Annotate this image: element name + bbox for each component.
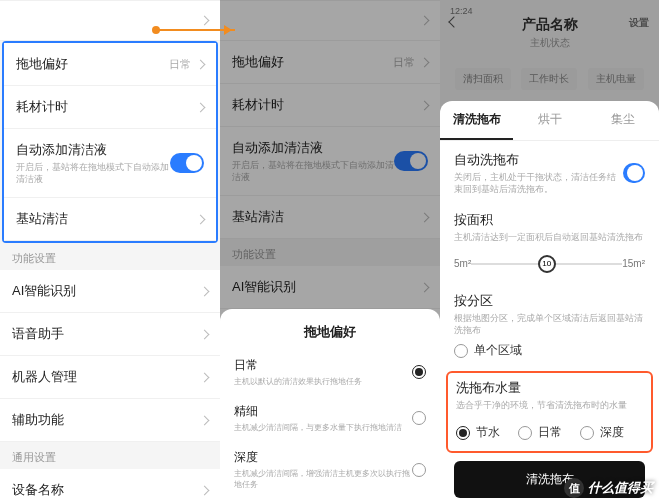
item-ai[interactable]: AI智能识别	[0, 270, 220, 313]
item-aux[interactable]: 辅助功能	[0, 399, 220, 442]
watermark: 值 什么值得买	[564, 478, 653, 498]
item-sub: 开启后，基站将在拖地模式下自动添加清洁液	[16, 162, 170, 185]
chevron-right-icon	[420, 16, 430, 26]
section-title-fn: 功能设置	[0, 243, 220, 270]
section-title-gen: 通用设置	[0, 442, 220, 469]
item-auto-detergent[interactable]: 自动添加清洁液开启后，基站将在拖地模式下自动添加清洁液	[220, 127, 440, 196]
item-name[interactable]: 设备名称	[0, 469, 220, 504]
device-status: 主机状态	[450, 36, 649, 50]
stat-battery: 主机电量	[588, 68, 644, 90]
item-station-clean[interactable]: 基站清洁	[4, 198, 216, 241]
chevron-right-icon	[200, 415, 210, 425]
chevron-right-icon	[420, 100, 430, 110]
item-robot[interactable]: 机器人管理	[0, 356, 220, 399]
settings-button[interactable]: 设置	[629, 16, 649, 30]
toggle-auto-wash[interactable]	[623, 163, 645, 183]
watermark-icon: 值	[564, 478, 584, 498]
radio-icon	[412, 463, 426, 477]
tab-wash[interactable]: 清洗拖布	[440, 101, 513, 140]
water-section: 洗拖布水量 选合乎干净的环境，节省清洗拖布时的水量 节水 日常 深度	[452, 375, 647, 449]
water-opt-deep[interactable]: 深度	[580, 418, 624, 447]
page-title: 产品名称 设置	[450, 16, 649, 34]
status-bar-time: 12:24	[450, 6, 649, 16]
back-icon[interactable]	[448, 16, 459, 27]
sheet-title: 拖地偏好	[234, 323, 426, 341]
chevron-right-icon	[200, 16, 210, 26]
chevron-right-icon	[200, 485, 210, 495]
slider-track: 10	[471, 263, 622, 265]
by-area-section: 按面积 主机清洁达到一定面积后自动返回基站清洗拖布 5m² 10 15m²	[440, 201, 659, 282]
phone-3: 12:24 产品名称 设置 主机状态 清扫面积 工作时长 主机电量 清洁状态 清…	[440, 0, 659, 504]
chevron-right-icon	[196, 59, 206, 69]
tab-dry[interactable]: 烘干	[513, 101, 586, 140]
mop-pref-sheet: 拖地偏好 日常 主机以默认的清洁效果执行拖地任务 精细 主机减少清洁间隔，与更多…	[220, 309, 440, 504]
water-options: 节水 日常 深度	[456, 412, 643, 449]
auto-wash-row: 自动洗拖布 关闭后，主机处于干拖状态，清洁任务结束回到基站后清洗拖布。	[440, 141, 659, 201]
item-mop-pref[interactable]: 拖地偏好日常	[220, 41, 440, 84]
highlight-box: 拖地偏好 日常 耗材计时 自动添加清洁液 开启后，基站将在拖地模式下自动添加清洁…	[2, 41, 218, 243]
toggle-auto-detergent[interactable]	[170, 153, 204, 173]
radio-icon	[456, 426, 470, 440]
radio-selected-icon	[412, 365, 426, 379]
item-label: 基站清洁	[16, 210, 197, 228]
item-consumable[interactable]: 耗材计时	[4, 86, 216, 129]
water-opt-save[interactable]: 节水	[456, 418, 500, 447]
item-voice[interactable]: 语音助手	[0, 313, 220, 356]
wash-sheet: 清洗拖布 烘干 集尘 自动洗拖布 关闭后，主机处于干拖状态，清洁任务结束回到基站…	[440, 101, 659, 504]
radio-icon	[580, 426, 594, 440]
item-label: 耗材计时	[16, 98, 197, 116]
radio-icon	[412, 411, 426, 425]
area-slider[interactable]: 5m² 10 15m²	[454, 252, 645, 276]
item-mop-pref[interactable]: 拖地偏好 日常	[4, 43, 216, 86]
phone-2: - 拖地偏好日常 耗材计时 自动添加清洁液开启后，基站将在拖地模式下自动添加清洁…	[220, 0, 440, 504]
highlight-box-water: 洗拖布水量 选合乎干净的环境，节省清洗拖布时的水量 节水 日常 深度	[446, 371, 653, 453]
item-label: 自动添加清洁液	[16, 141, 170, 159]
watermark-text: 什么值得买	[588, 479, 653, 497]
chevron-right-icon	[420, 57, 430, 67]
toggle[interactable]	[394, 151, 428, 171]
item-label: 拖地偏好	[16, 55, 169, 73]
prev-item-partial[interactable]: -	[220, 0, 440, 41]
option-deep[interactable]: 深度 主机减少清洁间隔，增强清洁主机更多次以执行拖地任务	[234, 441, 426, 498]
annotation-arrow	[155, 29, 235, 31]
by-zone-section: 按分区 根据地图分区，完成单个区域清洁后返回基站清洗拖布 单个区域	[440, 282, 659, 371]
item-value: 日常	[169, 57, 191, 72]
chevron-right-icon	[196, 102, 206, 112]
water-opt-daily[interactable]: 日常	[518, 418, 562, 447]
stat-time: 工作时长	[521, 68, 577, 90]
item[interactable]: AI智能识别	[220, 266, 440, 309]
item-auto-detergent[interactable]: 自动添加清洁液 开启后，基站将在拖地模式下自动添加清洁液	[4, 129, 216, 198]
radio-icon	[454, 344, 468, 358]
slider-thumb[interactable]: 10	[538, 255, 556, 273]
chevron-right-icon	[420, 282, 430, 292]
stat-area: 清扫面积	[455, 68, 511, 90]
stats-row: 清扫面积 工作时长 主机电量	[450, 68, 649, 90]
zone-option[interactable]: 单个区域	[454, 336, 645, 365]
chevron-right-icon	[200, 286, 210, 296]
radio-icon	[518, 426, 532, 440]
option-fine[interactable]: 精细 主机减少清洁间隔，与更多水量下执行拖地清洁	[234, 395, 426, 441]
option-daily[interactable]: 日常 主机以默认的清洁效果执行拖地任务	[234, 349, 426, 395]
tabs: 清洗拖布 烘干 集尘	[440, 101, 659, 141]
chevron-right-icon	[420, 212, 430, 222]
item-station-clean[interactable]: 基站清洁	[220, 196, 440, 239]
chevron-right-icon	[196, 214, 206, 224]
chevron-right-icon	[200, 372, 210, 382]
item-consumable[interactable]: 耗材计时	[220, 84, 440, 127]
prev-item-partial[interactable]: -	[0, 0, 220, 41]
chevron-right-icon	[200, 329, 210, 339]
tab-dust[interactable]: 集尘	[586, 101, 659, 140]
phone-1: - 拖地偏好 日常 耗材计时 自动添加清洁液 开启后，基站将在拖地模式下自动添加…	[0, 0, 220, 504]
